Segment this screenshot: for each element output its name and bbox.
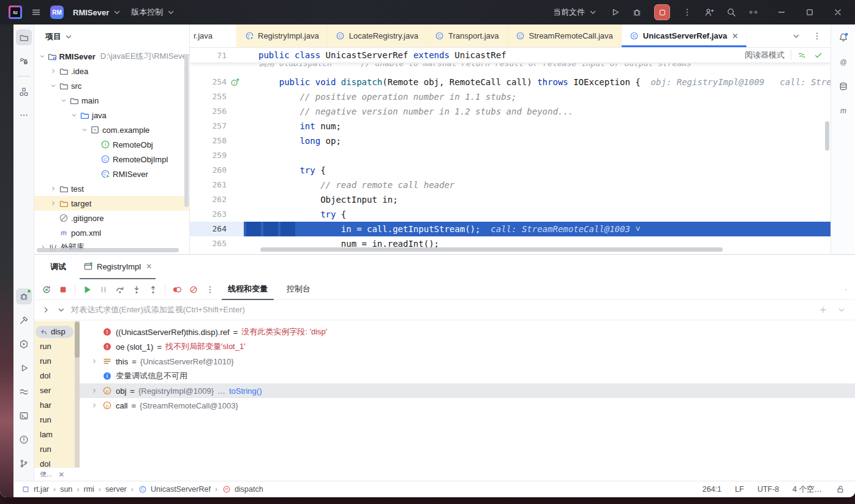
- tree-item-target[interactable]: target: [34, 196, 189, 211]
- resume-icon[interactable]: [82, 285, 92, 295]
- editor-hscrollbar[interactable]: [260, 247, 723, 252]
- editor-tab[interactable]: CUnicastServerRef.java✕: [622, 24, 747, 47]
- build-tool-button[interactable]: [16, 312, 32, 328]
- project-tool-button[interactable]: [16, 29, 32, 45]
- status-item[interactable]: 4 个空…: [793, 484, 822, 495]
- chevron-down-icon[interactable]: [837, 305, 846, 315]
- add-user-icon[interactable]: [704, 7, 714, 17]
- frame-item[interactable]: run: [34, 354, 80, 369]
- view-breakpoints-icon[interactable]: [172, 285, 182, 295]
- services-tool-button[interactable]: [16, 336, 32, 352]
- frame-item[interactable]: run: [34, 339, 80, 354]
- chevron-down-icon[interactable]: [791, 31, 801, 41]
- breadcrumb-item[interactable]: rt.jar: [21, 484, 49, 494]
- chevron-right-icon[interactable]: [91, 358, 99, 365]
- variable-row[interactable]: !oe (slot_1) = 找不到局部变量'slot_1': [80, 339, 855, 354]
- step-out-icon[interactable]: [148, 285, 158, 295]
- tostring-link[interactable]: toString(): [229, 386, 262, 396]
- ai-assistant-button[interactable]: @: [835, 54, 851, 70]
- run-tool-button[interactable]: [16, 360, 32, 376]
- tree-item-java[interactable]: java: [34, 108, 189, 122]
- editor-tab[interactable]: CStreamRemoteCall.java: [508, 24, 622, 47]
- evaluate-bar[interactable]: 对表达式求值(Enter)或添加监视(Ctrl+Shift+Enter): [34, 300, 855, 320]
- chevron-down-icon[interactable]: [56, 305, 66, 315]
- tree-item-rmisever[interactable]: RMISeverD:\javaEE练习\RMISever: [34, 49, 189, 64]
- chevron-right-icon[interactable]: [91, 402, 99, 409]
- tree-item-idea[interactable]: .idea: [34, 64, 189, 78]
- terminal-tool-button[interactable]: [16, 408, 32, 424]
- chevron-down-icon[interactable]: [80, 126, 89, 134]
- minimize-icon[interactable]: [777, 7, 786, 17]
- frame-item[interactable]: disp: [36, 326, 73, 338]
- code-line[interactable]: 256 // negative version number in 1.2 st…: [190, 104, 831, 119]
- editor-tab[interactable]: CRegistryImpl.java: [236, 24, 328, 47]
- debug-icon[interactable]: [632, 7, 642, 17]
- tree-item-remoteobjimpl[interactable]: CRemoteObjImpl: [34, 152, 189, 167]
- code-text[interactable]: try {: [190, 207, 831, 222]
- reader-mode-link[interactable]: 阅读器模式: [745, 48, 785, 62]
- frames-bottom-tab[interactable]: 使...✕: [34, 467, 80, 481]
- inline-debug-hint[interactable]: obj: RegistryImpl@1009: [641, 77, 764, 87]
- more-tools-button[interactable]: [16, 107, 32, 123]
- main-menu-icon[interactable]: [31, 7, 41, 17]
- tree-item-comexample[interactable]: com.example: [34, 122, 189, 137]
- breadcrumb-item[interactable]: CUnicastServerRef: [138, 484, 211, 494]
- inline-debug-hint[interactable]: call: StreamR: [764, 77, 831, 87]
- frame-item[interactable]: run: [34, 413, 80, 427]
- vcs-menu[interactable]: 版本控制: [131, 7, 176, 18]
- code-line[interactable]: 255 // positive operation number in 1.1 …: [190, 89, 831, 104]
- frame-item[interactable]: dol: [34, 369, 80, 383]
- sticky-header-line[interactable]: 71 public class UnicastServerRef extends…: [190, 48, 831, 62]
- settings-gear-icon[interactable]: [748, 7, 758, 17]
- rerun-debug-icon[interactable]: [42, 285, 51, 295]
- code-line[interactable]: 263 try {: [190, 207, 831, 222]
- variable-row[interactable]: !((UnicastServerRef)this.disp).ref = 没有此…: [80, 325, 855, 339]
- variable-row[interactable]: i变量调试信息不可用: [80, 369, 855, 383]
- run-config-selector[interactable]: 当前文件: [553, 7, 598, 18]
- tree-item-src[interactable]: src: [34, 78, 189, 93]
- more-actions-icon[interactable]: [682, 7, 692, 17]
- editor-body[interactable]: 71 public class UnicastServerRef extends…: [190, 48, 831, 254]
- frame-item[interactable]: run: [34, 442, 80, 457]
- tree-item-test[interactable]: test: [34, 181, 189, 196]
- stop-button[interactable]: [654, 4, 670, 20]
- mute-breakpoints-icon[interactable]: [189, 285, 198, 295]
- inline-debug-hint[interactable]: call: StreamRemoteCall@1003 ˅: [480, 224, 640, 234]
- step-into-icon[interactable]: [132, 285, 141, 295]
- stop-debug-icon[interactable]: [58, 285, 68, 295]
- more-debug-actions-icon[interactable]: [205, 285, 215, 295]
- chevron-down-icon[interactable]: [59, 97, 69, 104]
- line-number[interactable]: 259: [190, 148, 227, 163]
- close-tab-icon[interactable]: ✕: [732, 32, 738, 40]
- editor-tab[interactable]: r.java: [190, 24, 236, 47]
- structure-tool-button[interactable]: [16, 84, 32, 100]
- maven-tool-button[interactable]: m: [835, 103, 851, 119]
- tab-threads-variables[interactable]: 线程和变量: [222, 279, 274, 300]
- more-tabs-icon[interactable]: [812, 31, 822, 41]
- frame-item[interactable]: ser: [34, 383, 80, 398]
- variable-row[interactable]: this = {UnicastServerRef@1010}: [80, 354, 855, 369]
- status-item[interactable]: 264:1: [702, 485, 721, 494]
- project-hscrollbar[interactable]: [37, 248, 179, 252]
- breadcrumb-item[interactable]: mdispatch: [222, 484, 263, 494]
- git-tool-button[interactable]: [16, 456, 32, 472]
- breadcrumb-item[interactable]: server: [105, 485, 127, 494]
- code-text[interactable]: try {: [190, 163, 831, 178]
- debug-tool-button[interactable]: [16, 288, 32, 304]
- close-window-icon[interactable]: [833, 7, 843, 17]
- frame-item[interactable]: har: [34, 398, 80, 413]
- unlocked-icon[interactable]: [835, 484, 845, 494]
- add-watch-icon[interactable]: [818, 305, 828, 315]
- sticky-code[interactable]: public class UnicastServerRef extends Un…: [190, 48, 507, 62]
- code-text[interactable]: public void dispatch(Remote obj, RemoteC…: [190, 75, 831, 89]
- close-session-icon[interactable]: ✕: [146, 262, 152, 271]
- chevron-down-icon[interactable]: [38, 53, 47, 60]
- tab-console[interactable]: 控制台: [281, 279, 317, 300]
- chevron-right-icon[interactable]: [48, 200, 58, 207]
- tree-item-main[interactable]: main: [34, 93, 189, 108]
- code-line[interactable]: 264 in = call.getInputStream(); call: St…: [190, 222, 831, 236]
- waves-tool-button[interactable]: [16, 384, 32, 400]
- status-item[interactable]: UTF-8: [758, 485, 779, 494]
- run-icon[interactable]: [610, 7, 620, 17]
- close-icon[interactable]: ✕: [58, 470, 64, 479]
